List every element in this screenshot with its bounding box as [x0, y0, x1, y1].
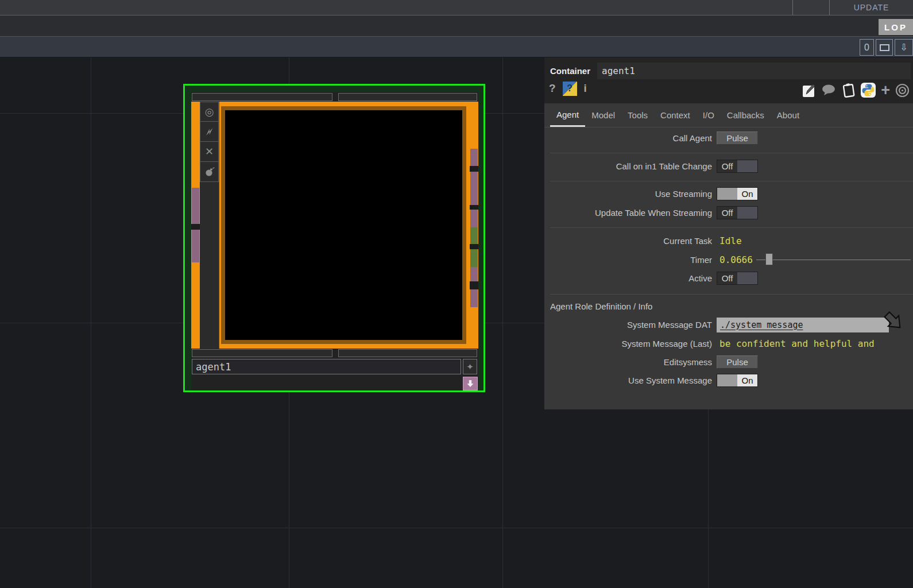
window-icon	[880, 44, 889, 51]
section-label: Agent Role Definition / Info	[544, 301, 652, 311]
right-connector-purple[interactable]	[470, 289, 478, 307]
toggle-knob	[737, 272, 757, 284]
collapse-pane-button[interactable]: ⇩	[895, 39, 913, 56]
tab-tools[interactable]: Tools	[621, 103, 654, 127]
node-toolbar: ◎ ✕	[200, 102, 219, 349]
toggle-knob	[737, 207, 757, 219]
mouse-cursor	[883, 311, 907, 335]
param-row-update-table-when-streaming: Update Table When Streaming Off	[544, 206, 913, 219]
right-connector-purple[interactable]	[470, 210, 478, 227]
operator-name-field[interactable]: agent1	[597, 63, 911, 79]
node-name-field[interactable]: agent1	[192, 359, 461, 374]
delete-icon[interactable]: ✕	[200, 142, 219, 162]
use-streaming-toggle[interactable]: On	[717, 187, 758, 200]
param-label: Update Table When Streaming	[544, 208, 717, 218]
maximize-pane-button[interactable]	[876, 39, 893, 56]
param-label: Editsysmess	[544, 357, 717, 367]
output-connector-bar[interactable]	[338, 349, 477, 357]
parameter-tabs: Agent Model Tools Context I/O Callbacks …	[544, 103, 913, 127]
param-row-active: Active Off	[544, 271, 913, 285]
connector-gap	[191, 224, 200, 230]
level-indicator-button[interactable]: 0	[860, 39, 874, 56]
comment-bubble-icon[interactable]	[822, 84, 837, 96]
output-connector-bar[interactable]	[192, 349, 332, 357]
use-system-message-toggle[interactable]: On	[717, 374, 758, 387]
tab-callbacks[interactable]: Callbacks	[721, 103, 771, 127]
param-separator	[550, 294, 913, 295]
path-bar: 0 ⇩	[0, 37, 913, 57]
param-row-editsysmess: Editsysmess Pulse	[544, 355, 913, 369]
system-message-last-readout: be confident and helpful and	[717, 338, 875, 349]
node-name-row: agent1 ✦	[192, 359, 477, 374]
connector-gap	[470, 166, 478, 172]
active-toggle[interactable]: Off	[717, 272, 758, 285]
node-flag-button[interactable]: ✦	[463, 359, 477, 374]
target-rings-icon[interactable]	[895, 83, 910, 98]
connector-gap	[470, 244, 478, 249]
tab-agent[interactable]: Agent	[550, 103, 585, 127]
param-row-system-message-last: System Message (Last) be confident and h…	[544, 336, 913, 350]
param-row-call-agent: Call Agent Pulse	[544, 131, 913, 145]
param-section-header: Agent Role Definition / Info	[544, 299, 913, 313]
timer-slider-handle[interactable]	[765, 253, 773, 265]
param-row-call-on-table-change: Call on in1 Table Change Off	[544, 159, 913, 173]
param-label: System Message (Last)	[544, 339, 717, 349]
param-row-use-streaming: Use Streaming On	[544, 187, 913, 200]
param-label: Use Streaming	[544, 189, 717, 199]
toggle-knob	[717, 188, 737, 200]
tab-context[interactable]: Context	[654, 103, 697, 127]
input-connector-bar[interactable]	[192, 93, 332, 101]
timer-slider[interactable]	[756, 253, 911, 266]
node-top-connector-bar	[192, 93, 477, 101]
toggle-state-label: On	[737, 188, 757, 200]
menu-bar-divider	[792, 0, 793, 15]
call-agent-pulse-button[interactable]: Pulse	[717, 131, 758, 145]
input-connector-bar[interactable]	[338, 93, 477, 101]
python-icon[interactable]	[861, 83, 876, 98]
pane-type-button[interactable]: LOP	[879, 19, 913, 35]
viewer-active-toggle-icon[interactable]: ◎	[200, 102, 219, 122]
right-connector-purple[interactable]	[470, 149, 478, 166]
node-bottom-connector-bar	[192, 349, 477, 357]
node-viewer[interactable]	[221, 106, 466, 344]
python-help-icon[interactable]: ?	[563, 82, 577, 96]
add-icon[interactable]: +	[881, 83, 890, 97]
grid-line	[0, 528, 913, 528]
connector-gap	[470, 281, 478, 289]
right-connector-purple[interactable]	[470, 172, 478, 205]
help-icon[interactable]: ?	[549, 82, 556, 95]
left-connector-purple[interactable]	[192, 230, 199, 262]
update-table-when-streaming-toggle[interactable]: Off	[717, 206, 758, 219]
param-label: Call on in1 Table Change	[544, 161, 717, 171]
node-expand-button[interactable]	[463, 377, 478, 390]
touchdesigner-window: UPDATE LOP 0 ⇩	[0, 0, 913, 588]
param-label: Call Agent	[544, 133, 717, 143]
system-message-dat-field[interactable]: ./system_message	[717, 318, 889, 332]
editsysmess-pulse-button[interactable]: Pulse	[717, 355, 758, 369]
param-row-current-task: Current Task Idle	[544, 234, 913, 247]
call-on-table-change-toggle[interactable]: Off	[717, 160, 758, 173]
edit-comment-icon[interactable]	[802, 83, 817, 98]
current-task-readout: Idle	[717, 235, 742, 246]
node-right-edge	[470, 102, 478, 349]
bomb-icon[interactable]	[200, 162, 219, 182]
container-node-agent1[interactable]: ◎ ✕	[191, 92, 478, 390]
right-connector-purple[interactable]	[470, 267, 478, 281]
tab-about[interactable]: About	[771, 103, 806, 127]
update-button[interactable]: UPDATE	[829, 0, 913, 15]
lightning-icon[interactable]	[200, 122, 219, 142]
right-connector-green[interactable]	[470, 249, 478, 267]
operator-type-label: Container	[550, 66, 590, 76]
param-label: Current Task	[544, 236, 717, 246]
tab-io[interactable]: I/O	[697, 103, 721, 127]
menu-bar: UPDATE	[0, 0, 913, 16]
right-connector-green[interactable]	[470, 227, 478, 244]
tab-model[interactable]: Model	[585, 103, 621, 127]
clipboard-icon[interactable]	[842, 83, 856, 98]
parameter-panel: Container agent1 ? ? i	[544, 57, 913, 409]
param-label: Active	[544, 273, 717, 283]
param-row-use-system-message: Use System Message On	[544, 373, 913, 387]
info-icon[interactable]: i	[584, 82, 587, 95]
left-connector-purple[interactable]	[192, 188, 199, 224]
pane-bar: LOP	[0, 16, 913, 37]
